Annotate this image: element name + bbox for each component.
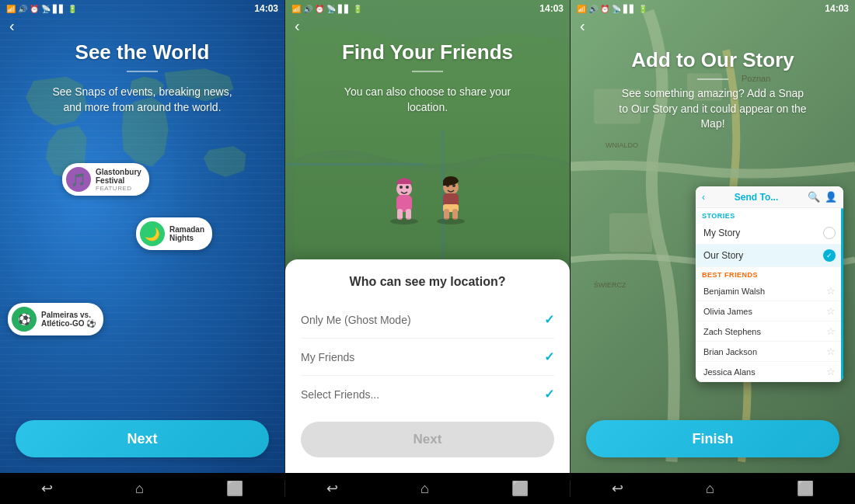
inner-phone-header: ‹ Send To... 🔍 👤	[696, 186, 843, 208]
android-nav-bar: ↩ ⌂ ⬜ ↩ ⌂ ⬜ ↩ ⌂ ⬜	[0, 473, 855, 504]
home-nav-icon-2[interactable]: ⌂	[421, 481, 429, 497]
ramadan-name: RamadanNights	[169, 225, 204, 242]
modal-sheet: Who can see my location? Only Me (Ghost …	[285, 259, 570, 473]
volume-icon-3: 🔊	[588, 5, 598, 13]
time-display-3: 14:03	[825, 3, 849, 14]
recents-nav-icon-1[interactable]: ⬜	[226, 480, 243, 497]
star-icon-1: ☆	[826, 285, 836, 297]
screen-friends: 📶 🔊 ⏰ 📡 ▋▋ 🔋 14:03 ‹ Find Your Friends	[285, 0, 571, 473]
back-button-1[interactable]: ‹	[9, 17, 15, 35]
friend-item-1[interactable]: Benjamin Walsh ☆	[696, 281, 843, 301]
location-option-friends[interactable]: My Friends ✓	[301, 339, 554, 376]
screen-story: 📶 🔊 ⏰ 📡 ▋▋ 🔋 14:03 Poznan	[571, 0, 855, 473]
status-bar-1: 📶 🔊 ⏰ 📡 ▋▋ 🔋 14:03	[0, 0, 284, 17]
recents-nav-icon-3[interactable]: ⬜	[797, 480, 814, 497]
alarm-icon: ⏰	[30, 5, 39, 13]
back-nav-icon-3[interactable]: ↩	[612, 480, 623, 497]
status-bar-3: 📶 🔊 ⏰ 📡 ▋▋ 🔋 14:03	[571, 0, 855, 17]
my-story-radio	[823, 227, 836, 239]
our-story-name: Our Story	[703, 250, 743, 261]
world-title: See the World	[75, 40, 210, 64]
back-nav-icon-2[interactable]: ↩	[326, 480, 338, 497]
star-icon-4: ☆	[826, 346, 836, 357]
svg-text:WNIALDO: WNIALDO	[605, 141, 638, 149]
our-story-item[interactable]: Our Story ✓	[696, 245, 843, 267]
svg-text:ŚWIERCZ: ŚWIERCZ	[594, 280, 626, 289]
location-option-ghost[interactable]: Only Me (Ghost Mode) ✓	[301, 301, 554, 339]
star-icon-3: ☆	[826, 325, 836, 337]
check-ghost: ✓	[544, 312, 554, 327]
story-bubble-glastonbury[interactable]: 🎵 GlastonburyFestival FEATURED	[62, 163, 149, 196]
signal-icon-3: 📶	[577, 5, 586, 13]
recents-nav-icon-2[interactable]: ⬜	[511, 480, 529, 497]
glastonbury-label: FEATURED	[96, 185, 141, 192]
stories-section-label: STORIES	[696, 208, 843, 222]
back-chevron-icon: ‹	[9, 17, 15, 34]
modal-next-button[interactable]: Next	[301, 422, 554, 457]
friend-item-3[interactable]: Zach Stephens ☆	[696, 322, 843, 342]
star-icon-2: ☆	[826, 305, 836, 317]
glastonbury-avatar: 🎵	[66, 167, 91, 192]
back-nav-icon-1[interactable]: ↩	[41, 480, 53, 497]
person-add-icon: 👤	[825, 191, 837, 203]
best-friends-label: BEST FRIENDS	[696, 267, 843, 281]
battery-icon-3: 🔋	[638, 5, 647, 13]
inner-back-icon: ‹	[702, 192, 705, 203]
battery-icon: 🔋	[68, 5, 77, 13]
modal-overlay: Who can see my location? Only Me (Ghost …	[285, 0, 570, 473]
my-story-name: My Story	[703, 228, 740, 238]
network-icon-3: ▋▋	[623, 5, 636, 13]
story-title: Add to Our Story	[586, 48, 839, 72]
home-nav-icon-1[interactable]: ⌂	[135, 481, 144, 497]
star-icon-5: ☆	[826, 366, 836, 377]
nav-section-2: ↩ ⌂ ⬜	[285, 480, 571, 497]
option-ghost-mode: Only Me (Ghost Mode)	[301, 314, 411, 326]
alarm-icon-3: ⏰	[600, 5, 609, 13]
scroll-bar	[841, 208, 843, 382]
palmeiras-avatar: ⚽	[12, 307, 37, 332]
check-friends: ✓	[544, 349, 554, 364]
search-icon: 🔍	[808, 191, 820, 203]
title-divider-3	[697, 78, 728, 80]
world-subtitle: See Snaps of events, breaking news,and m…	[52, 85, 232, 115]
wifi-icon: 📡	[41, 5, 51, 13]
friend-item-4[interactable]: Brian Jackson ☆	[696, 342, 843, 362]
back-button-3[interactable]: ‹	[580, 17, 585, 35]
title-divider-1	[127, 71, 158, 72]
nav-section-1: ↩ ⌂ ⬜	[0, 480, 285, 497]
check-select: ✓	[544, 387, 554, 401]
location-option-select[interactable]: Select Friends... ✓	[301, 376, 554, 412]
option-friends: My Friends	[301, 351, 354, 363]
my-story-item[interactable]: My Story	[696, 222, 843, 245]
our-story-check: ✓	[823, 249, 836, 262]
friend-name-2: Olivia James	[703, 307, 752, 316]
story-bubble-ramadan[interactable]: 🌙 RamadanNights	[136, 217, 212, 250]
signal-icon: 📶	[6, 5, 16, 13]
network-icon: ▋▋	[53, 5, 65, 13]
modal-title: Who can see my location?	[301, 275, 554, 289]
palmeiras-name: Palmeiras vs.Atlético-GO ⚽	[41, 311, 96, 328]
option-select: Select Friends...	[301, 388, 379, 401]
finish-button[interactable]: Finish	[586, 420, 839, 457]
story-bubble-palmeiras[interactable]: ⚽ Palmeiras vs.Atlético-GO ⚽	[8, 303, 103, 335]
volume-icon: 🔊	[18, 5, 27, 13]
story-main-content: Add to Our Story See something amazing? …	[571, 17, 855, 132]
friend-name-5: Jessica Alans	[703, 367, 756, 377]
friend-item-5[interactable]: Jessica Alans ☆	[696, 362, 843, 382]
inner-phone-card: ‹ Send To... 🔍 👤 STORIES My Story Our St…	[696, 186, 843, 382]
ramadan-avatar: 🌙	[140, 221, 165, 246]
screen-world: 📶 🔊 ⏰ 📡 ▋▋ 🔋 14:03	[0, 0, 285, 473]
friend-name-3: Zach Stephens	[703, 327, 761, 336]
friend-item-2[interactable]: Olivia James ☆	[696, 301, 843, 322]
wifi-icon-3: 📡	[612, 5, 621, 13]
time-display-1: 14:03	[254, 3, 278, 14]
friend-name-4: Brian Jackson	[703, 347, 757, 356]
nav-section-3: ↩ ⌂ ⬜	[571, 480, 855, 497]
inner-screen-title: Send To...	[735, 192, 778, 203]
glastonbury-name: GlastonburyFestival	[96, 168, 141, 185]
home-nav-icon-3[interactable]: ⌂	[706, 481, 714, 497]
svg-rect-19	[609, 214, 652, 252]
story-subtitle: See something amazing? Add a Snapto Our …	[586, 86, 839, 132]
friend-name-1: Benjamin Walsh	[703, 287, 765, 296]
